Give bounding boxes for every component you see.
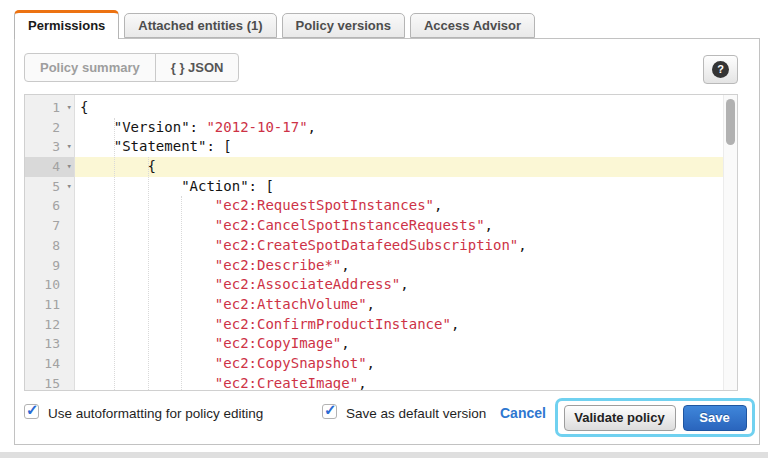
fold-arrow-icon[interactable]: ▾	[67, 137, 72, 157]
code-text: "ec2:ConfirmProductInstance",	[75, 315, 737, 335]
editor-lines: 1▾{2 "Version": "2012-10-17",3▾ "Stateme…	[25, 98, 737, 391]
json-button[interactable]: { } JSON	[156, 54, 239, 81]
code-text: "Version": "2012-10-17",	[75, 118, 737, 138]
tab-bar: PermissionsAttached entities (1)Policy v…	[14, 13, 535, 39]
check-icon: ✓	[324, 401, 337, 419]
line-number: 6	[25, 196, 75, 216]
indent-guide	[114, 118, 115, 391]
code-line-11[interactable]: 11 "ec2:AttachVolume",	[25, 295, 737, 315]
cancel-link[interactable]: Cancel	[500, 405, 546, 421]
line-number: 10	[25, 275, 75, 295]
indent-guide	[181, 196, 182, 391]
default-version-label: Save as default version	[346, 406, 486, 421]
code-line-10[interactable]: 10 "ec2:AssociateAddress",	[25, 275, 737, 295]
line-number: 5▾	[25, 177, 75, 197]
line-number: 12	[25, 315, 75, 335]
code-line-12[interactable]: 12 "ec2:ConfirmProductInstance",	[25, 315, 737, 335]
save-button[interactable]: Save	[683, 405, 747, 431]
view-toggle: Policy summary { } JSON	[24, 53, 239, 82]
line-number: 15	[25, 374, 75, 391]
code-text: "ec2:AssociateAddress",	[75, 275, 737, 295]
code-text: "Action": [	[75, 177, 737, 197]
code-line-9[interactable]: 9 "ec2:Describe*",	[25, 256, 737, 276]
line-number: 3▾	[25, 137, 75, 157]
code-text: "ec2:CreateSpotDatafeedSubscription",	[75, 236, 737, 256]
code-text: "ec2:AttachVolume",	[75, 295, 737, 315]
policy-summary-button[interactable]: Policy summary	[25, 54, 156, 81]
fold-arrow-icon[interactable]: ▾	[67, 177, 72, 197]
page-bottom-divider	[0, 452, 768, 458]
editor-scrollbar[interactable]	[723, 95, 737, 390]
code-line-2[interactable]: 2 "Version": "2012-10-17",	[25, 118, 737, 138]
code-text: "ec2:Describe*",	[75, 256, 737, 276]
line-number: 13	[25, 334, 75, 354]
line-number: 14	[25, 354, 75, 374]
code-text: "ec2:CopySnapshot",	[75, 354, 737, 374]
code-text: "ec2:CopyImage",	[75, 334, 737, 354]
policy-editor-page: PermissionsAttached entities (1)Policy v…	[0, 0, 768, 460]
question-icon: ?	[712, 61, 729, 78]
code-text: "ec2:CreateImage",	[75, 374, 737, 391]
tab-policy-versions[interactable]: Policy versions	[282, 13, 405, 38]
code-line-7[interactable]: 7 "ec2:CancelSpotInstanceRequests",	[25, 216, 737, 236]
tab-access-advisor[interactable]: Access Advisor	[410, 13, 535, 38]
code-text: "ec2:CancelSpotInstanceRequests",	[75, 216, 737, 236]
default-version-checkbox[interactable]: ✓	[322, 404, 337, 419]
validate-policy-button[interactable]: Validate policy	[564, 405, 676, 431]
fold-arrow-icon[interactable]: ▾	[67, 98, 72, 118]
code-text: "ec2:RequestSpotInstances",	[75, 196, 737, 216]
line-number: 8	[25, 236, 75, 256]
help-button[interactable]: ?	[703, 55, 738, 84]
indent-guide	[148, 157, 149, 391]
code-line-8[interactable]: 8 "ec2:CreateSpotDatafeedSubscription",	[25, 236, 737, 256]
code-line-3[interactable]: 3▾ "Statement": [	[25, 137, 737, 157]
line-number: 11	[25, 295, 75, 315]
code-line-1[interactable]: 1▾{	[25, 98, 737, 118]
line-number: 9	[25, 256, 75, 276]
fold-arrow-icon[interactable]: ▾	[67, 157, 72, 177]
line-number: 2	[25, 118, 75, 138]
scrollbar-thumb[interactable]	[726, 99, 735, 145]
autoformat-checkbox[interactable]: ✓	[24, 404, 39, 419]
code-text: {	[75, 157, 737, 177]
policy-json-editor[interactable]: 1▾{2 "Version": "2012-10-17",3▾ "Stateme…	[24, 94, 738, 391]
code-text: {	[75, 98, 737, 118]
action-button-group: Validate policy Save	[555, 398, 755, 437]
line-number: 7	[25, 216, 75, 236]
code-line-15[interactable]: 15 "ec2:CreateImage",	[25, 374, 737, 391]
code-text: "Statement": [	[75, 137, 737, 157]
tab-attached-entities-1[interactable]: Attached entities (1)	[124, 13, 276, 38]
check-icon: ✓	[26, 401, 39, 419]
code-line-13[interactable]: 13 "ec2:CopyImage",	[25, 334, 737, 354]
line-number: 1▾	[25, 98, 75, 118]
code-line-14[interactable]: 14 "ec2:CopySnapshot",	[25, 354, 737, 374]
autoformat-label: Use autoformatting for policy editing	[48, 406, 263, 421]
line-number: 4▾	[25, 157, 75, 177]
tab-permissions[interactable]: Permissions	[14, 10, 119, 39]
code-line-6[interactable]: 6 "ec2:RequestSpotInstances",	[25, 196, 737, 216]
code-line-4[interactable]: 4▾ {	[25, 157, 737, 177]
code-line-5[interactable]: 5▾ "Action": [	[25, 177, 737, 197]
